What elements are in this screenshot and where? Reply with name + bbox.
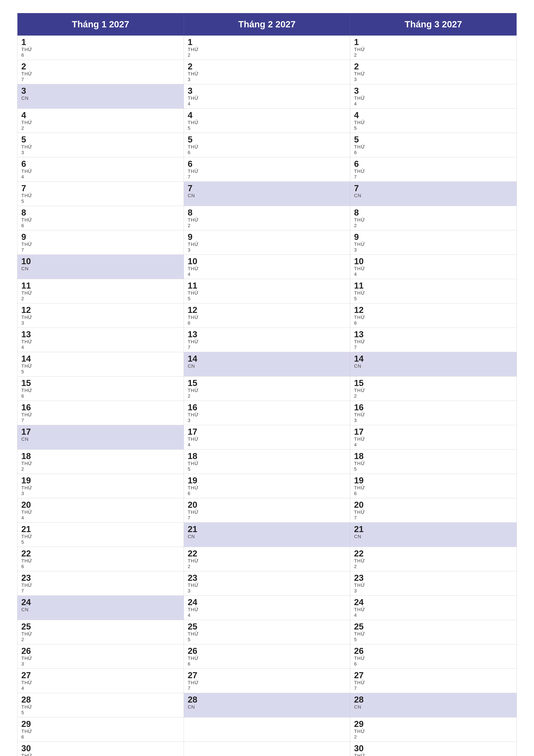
day-number: 7 (188, 183, 346, 193)
day-label: CN (188, 704, 346, 710)
day-cell-m1-d12: 12THỨ3 (17, 304, 184, 328)
day-number: 8 (21, 208, 180, 217)
day-sub: 4 (188, 101, 346, 107)
day-sub: 6 (188, 150, 346, 155)
day-cell-m2-d15: 15THỨ2 (184, 376, 350, 401)
day-label: CN (188, 193, 346, 199)
day-number: 1 (21, 37, 180, 47)
day-cell-m1-d20: 20THỨ4 (17, 498, 184, 523)
day-label: THỨ (354, 266, 513, 272)
day-cell-m3-d28: 28CN (350, 693, 517, 717)
day-cell-m2-d1: 1THỨ2 (184, 36, 350, 60)
day-label: THỨ (354, 436, 513, 442)
day-label: THỨ (188, 95, 346, 101)
day-number: 10 (354, 256, 513, 266)
day-cell-m3-d23: 23THỨ3 (350, 571, 517, 596)
day-label: THỨ (21, 680, 180, 686)
day-sub: 7 (21, 588, 180, 594)
day-cell-m3-d18: 18THỨ5 (350, 449, 517, 474)
header-row: Tháng 1 2027 Tháng 2 2027 Tháng 3 2027 (17, 13, 517, 36)
day-sub: 6 (188, 491, 346, 496)
day-label: THỨ (188, 461, 346, 466)
day-number: 30 (354, 743, 513, 753)
day-sub: 4 (21, 174, 180, 180)
day-cell-m1-d2: 2THỨ7 (17, 60, 184, 84)
day-cell-m3-d5: 5THỨ6 (350, 133, 517, 157)
day-sub: 2 (354, 564, 513, 569)
day-cell-m3-d20: 20THỨ7 (350, 498, 517, 523)
day-label: THỨ (21, 729, 180, 734)
day-number: 22 (188, 549, 346, 558)
day-sub: 7 (354, 686, 513, 691)
day-label: THỨ (21, 461, 180, 466)
day-sub: 5 (21, 539, 180, 545)
day-number: 18 (21, 451, 180, 461)
day-cell-m3-d19: 19THỨ6 (350, 474, 517, 498)
day-cell-m1-d3: 3CN (17, 84, 184, 109)
day-sub: 2 (21, 125, 180, 131)
day-number: 24 (21, 597, 180, 607)
day-number: 24 (188, 597, 346, 607)
day-label: THỨ (188, 412, 346, 418)
day-label: THỨ (21, 558, 180, 564)
day-cell-m1-d28: 28THỨ5 (17, 693, 184, 717)
day-number: 18 (354, 451, 513, 461)
day-number: 6 (354, 159, 513, 169)
day-number: 18 (188, 451, 346, 461)
day-number: 27 (188, 670, 346, 680)
day-number: 25 (354, 622, 513, 631)
day-sub: 2 (354, 52, 513, 58)
day-sub: 5 (354, 296, 513, 302)
day-number: 13 (354, 330, 513, 339)
day-cell-m1-d5: 5THỨ3 (17, 133, 184, 157)
day-sub: 7 (354, 174, 513, 180)
day-number: 9 (354, 232, 513, 242)
day-cell-m3-d16: 16THỨ3 (350, 401, 517, 425)
day-cell-m2-d17: 17THỨ4 (184, 425, 350, 449)
day-label: THỨ (21, 120, 180, 125)
day-sub: 5 (21, 369, 180, 375)
day-label: THỨ (354, 631, 513, 637)
day-label: CN (21, 266, 180, 272)
day-sub: 3 (354, 588, 513, 594)
day-number: 2 (354, 62, 513, 71)
day-label: THỨ (354, 339, 513, 345)
day-cell-m2-d26: 26THỨ6 (184, 644, 350, 669)
day-label: THỨ (188, 582, 346, 588)
day-sub: 4 (354, 272, 513, 277)
month-3-header: Tháng 3 2027 (350, 13, 517, 36)
day-cell-m2-d10: 10THỨ4 (184, 255, 350, 279)
day-number: 3 (188, 86, 346, 95)
day-sub: 2 (188, 393, 346, 399)
day-sub: 4 (354, 612, 513, 618)
day-number: 22 (21, 549, 180, 558)
day-cell-m2-empty-29 (184, 717, 350, 742)
day-label: THỨ (21, 485, 180, 491)
day-number: 19 (188, 475, 346, 485)
day-cell-m1-d16: 16THỨ7 (17, 401, 184, 425)
day-label: THỨ (354, 461, 513, 466)
day-number: 21 (188, 524, 346, 534)
day-cell-m3-d21: 21CN (350, 523, 517, 547)
day-label: THỨ (354, 242, 513, 247)
day-number: 27 (354, 670, 513, 680)
day-cell-m2-d5: 5THỨ6 (184, 133, 350, 157)
day-cell-m1-d11: 11THỨ2 (17, 279, 184, 304)
day-sub: 2 (188, 564, 346, 569)
day-cell-m3-d3: 3THỨ4 (350, 84, 517, 109)
day-cell-m2-d16: 16THỨ3 (184, 401, 350, 425)
day-number: 14 (354, 354, 513, 363)
day-label: THỨ (188, 631, 346, 637)
day-sub: 6 (21, 564, 180, 569)
day-label: THỨ (21, 193, 180, 199)
day-cell-m2-d21: 21CN (184, 523, 350, 547)
day-sub: 7 (21, 77, 180, 82)
day-number: 13 (188, 330, 346, 339)
day-number: 16 (21, 403, 180, 412)
day-number: 12 (188, 305, 346, 315)
day-sub: 6 (188, 320, 346, 326)
day-label: THỨ (188, 680, 346, 686)
day-number: 1 (354, 37, 513, 47)
day-label: THỨ (21, 388, 180, 393)
day-number: 6 (188, 159, 346, 169)
